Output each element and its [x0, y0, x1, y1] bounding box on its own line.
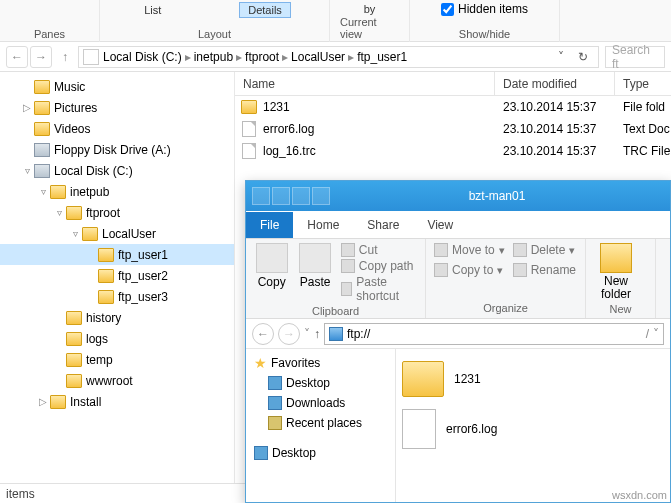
crumb-2[interactable]: ftproot	[245, 50, 279, 64]
tile-item[interactable]: 1231	[402, 355, 664, 403]
expand-icon[interactable]: ▷	[36, 396, 50, 407]
win2-up-button[interactable]: ↑	[314, 327, 320, 341]
expand-icon[interactable]: ▿	[36, 186, 50, 197]
column-headers[interactable]: Name Date modified Type	[235, 72, 671, 96]
tree-node[interactable]: history	[0, 307, 234, 328]
tree-node[interactable]: ftp_user3	[0, 286, 234, 307]
fav-recent[interactable]: Recent places	[246, 413, 395, 433]
moveto-icon	[434, 243, 448, 257]
tree-node[interactable]: ▿ftproot	[0, 202, 234, 223]
win2-title: bzt-man01	[330, 189, 664, 203]
folder-icon	[98, 248, 114, 262]
paste-button[interactable]: Paste	[297, 243, 332, 289]
breadcrumb[interactable]: Local Disk (C:)▸ inetpub▸ ftproot▸ Local…	[78, 46, 599, 68]
tab-share[interactable]: Share	[353, 212, 413, 238]
qat-icon[interactable]	[272, 187, 290, 205]
folder-icon	[50, 395, 66, 409]
up-button[interactable]: ↑	[54, 46, 76, 68]
tree-node[interactable]: Floppy Disk Drive (A:)	[0, 139, 234, 160]
table-row[interactable]: 123123.10.2014 15:37File fold	[235, 96, 671, 118]
tree-node[interactable]: logs	[0, 328, 234, 349]
tab-home[interactable]: Home	[293, 212, 353, 238]
tile-item[interactable]: error6.log	[402, 405, 664, 453]
copy-button[interactable]: Copy	[254, 243, 289, 289]
expand-icon[interactable]: ▿	[68, 228, 82, 239]
tree-label: inetpub	[70, 185, 109, 199]
crumb-4[interactable]: ftp_user1	[357, 50, 407, 64]
win2-history-button[interactable]: ˅	[304, 327, 310, 341]
copy-path-button[interactable]: Copy path	[341, 259, 417, 273]
qat-icon[interactable]	[252, 187, 270, 205]
tree-label: ftp_user2	[118, 269, 168, 283]
folder-icon	[98, 269, 114, 283]
list-view-button[interactable]: List	[138, 3, 167, 17]
moveto-button[interactable]: Move to ▾	[434, 243, 505, 257]
folder-icon	[34, 101, 50, 115]
details-view-button[interactable]: Details	[239, 2, 291, 18]
tree-node[interactable]: ftp_user1	[0, 244, 234, 265]
tree-node[interactable]: temp	[0, 349, 234, 370]
tree-label: ftp_user3	[118, 290, 168, 304]
qat-icon[interactable]	[292, 187, 310, 205]
win2-files[interactable]: 1231 error6.log	[396, 349, 670, 502]
search-input[interactable]: Search ft	[605, 46, 665, 68]
col-date[interactable]: Date modified	[495, 72, 615, 95]
tree-node[interactable]: ▿Local Disk (C:)	[0, 160, 234, 181]
qat-icon[interactable]	[312, 187, 330, 205]
back-button[interactable]: ←	[6, 46, 28, 68]
tree-node[interactable]: ▷Install	[0, 391, 234, 412]
favorites-header[interactable]: ★Favorites	[246, 353, 395, 373]
paste-shortcut-button[interactable]: Paste shortcut	[341, 275, 417, 303]
win2-back-button[interactable]: ←	[252, 323, 274, 345]
fav-desktop[interactable]: Desktop	[246, 373, 395, 393]
new-folder-button[interactable]: New folder	[594, 243, 638, 301]
rename-button[interactable]: Rename	[513, 263, 576, 277]
col-name[interactable]: Name	[235, 72, 495, 95]
copyto-button[interactable]: Copy to ▾	[434, 263, 505, 277]
win2-address-input[interactable]: ftp:// / ˅	[324, 323, 664, 345]
cut-button[interactable]: Cut	[341, 243, 417, 257]
expand-icon[interactable]: ▿	[52, 207, 66, 218]
win2-tree[interactable]: ★Favorites Desktop Downloads Recent plac…	[246, 349, 396, 502]
refresh-button[interactable]: ↻	[572, 46, 594, 68]
watermark: wsxdn.com	[612, 489, 667, 501]
win2-forward-button[interactable]: →	[278, 323, 300, 345]
tab-file[interactable]: File	[246, 212, 293, 238]
cut-icon	[341, 243, 355, 257]
tree-node[interactable]: ▷Pictures	[0, 97, 234, 118]
folder-icon	[34, 80, 50, 94]
tree-node[interactable]: Videos	[0, 118, 234, 139]
tree-node[interactable]: Music	[0, 76, 234, 97]
history-dropdown[interactable]: ˅	[550, 46, 572, 68]
expand-icon[interactable]: ▷	[20, 102, 34, 113]
organize-group: Move to ▾ Copy to ▾ Delete ▾ Rename Orga…	[426, 239, 586, 318]
tree-label: logs	[86, 332, 108, 346]
tree-node[interactable]: wwwroot	[0, 370, 234, 391]
table-row[interactable]: error6.log23.10.2014 15:37Text Doc	[235, 118, 671, 140]
expand-icon[interactable]: ▿	[20, 165, 34, 176]
hidden-items-checkbox[interactable]: Hidden items	[441, 2, 528, 16]
forward-button[interactable]: →	[30, 46, 52, 68]
copy-path-icon	[341, 259, 355, 273]
folder-tree[interactable]: Music▷PicturesVideosFloppy Disk Drive (A…	[0, 72, 235, 483]
crumb-3[interactable]: LocalUser	[291, 50, 345, 64]
win2-titlebar[interactable]: bzt-man01	[246, 181, 670, 211]
quick-access-toolbar[interactable]	[252, 187, 330, 205]
file-type: File fold	[615, 100, 671, 114]
crumb-1[interactable]: inetpub	[194, 50, 233, 64]
col-type[interactable]: Type	[615, 72, 671, 95]
tab-view[interactable]: View	[413, 212, 467, 238]
tree-node[interactable]: ▿inetpub	[0, 181, 234, 202]
new-group: New folder New	[586, 239, 656, 318]
table-row[interactable]: log_16.trc23.10.2014 15:37TRC File	[235, 140, 671, 162]
fav-downloads[interactable]: Downloads	[246, 393, 395, 413]
delete-button[interactable]: Delete ▾	[513, 243, 576, 257]
window-2: bzt-man01 File Home Share View Copy Past…	[245, 180, 671, 503]
folder-icon	[402, 361, 444, 397]
tree-node[interactable]: ftp_user2	[0, 265, 234, 286]
file-date: 23.10.2014 15:37	[495, 100, 615, 114]
tree-node[interactable]: ▿LocalUser	[0, 223, 234, 244]
file-icon	[242, 121, 256, 137]
desktop-root[interactable]: Desktop	[246, 443, 395, 463]
crumb-0[interactable]: Local Disk (C:)	[103, 50, 182, 64]
